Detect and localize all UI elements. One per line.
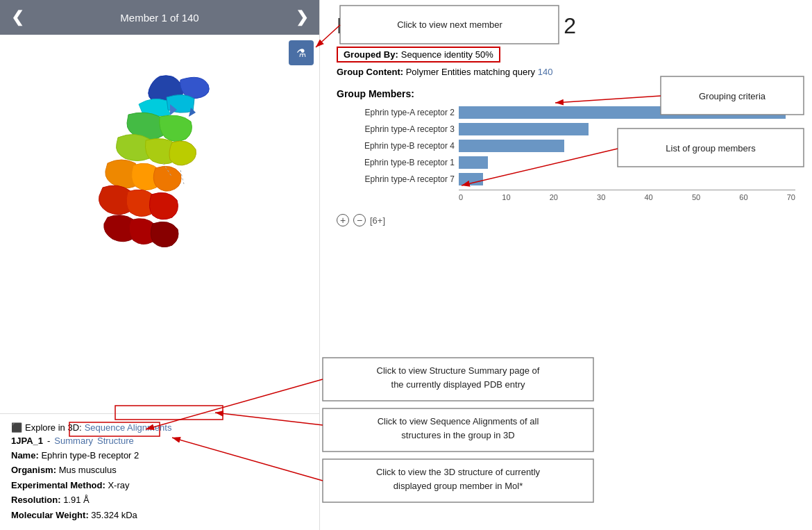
bar-label: Ephrin type-B receptor 4: [337, 141, 455, 151]
expand-plus-button[interactable]: +: [337, 214, 349, 226]
expand-minus-button[interactable]: −: [353, 214, 366, 226]
bar-fill: [459, 156, 488, 169]
group-content-row: Group Content: Polymer Entities matching…: [337, 67, 795, 77]
bar-label: Ephrin type-A receptor 3: [337, 124, 455, 134]
mw-line: Molecular Weight: 35.324 kDa: [11, 508, 308, 522]
bar-track: [459, 123, 795, 135]
right-panel: Ephrin type-A receptor 2 Grouped By: Seq…: [320, 0, 812, 530]
bar-label: Ephrin type-A receptor 2: [337, 108, 455, 117]
summary-link[interactable]: Summary: [54, 436, 93, 446]
x-tick: 40: [645, 193, 653, 201]
x-tick: 70: [787, 193, 795, 201]
structure-link[interactable]: Structure: [97, 436, 134, 446]
group-content-count[interactable]: 140: [538, 67, 553, 77]
bar-fill: [459, 140, 564, 152]
member-nav: ❮ Member 1 of 140 ❯: [0, 0, 319, 35]
x-tick-labels: 010203040506070: [459, 193, 795, 201]
bar-row: Ephrin type-A receptor 2: [337, 106, 795, 119]
bar-track: [459, 106, 795, 119]
expand-controls: + − [6+]: [337, 214, 795, 226]
group-members-title: Group Members:: [337, 88, 795, 99]
bar-fill: [459, 173, 483, 185]
resolution-line: Resolution: 1.91 Å: [11, 493, 308, 507]
name-value: Ephrin type-B receptor 2: [41, 450, 139, 461]
x-tick: 50: [692, 193, 700, 201]
bar-track: [459, 140, 795, 152]
method-label: Experimental Method:: [11, 480, 105, 490]
name-label: Name:: [11, 450, 39, 461]
cube-icon: ⬛: [11, 422, 22, 433]
left-panel: ❮ Member 1 of 140 ❯: [0, 0, 319, 530]
group-content-label: Group Content:: [337, 67, 403, 77]
grouped-by-value: Sequence identity 50%: [401, 49, 493, 60]
x-tick: 20: [550, 193, 558, 201]
bar-fill: [459, 106, 786, 119]
organism-label: Organism:: [11, 465, 56, 475]
bar-label: Ephrin type-B receptor 1: [337, 158, 455, 167]
chart-area: Ephrin type-A receptor 2Ephrin type-A re…: [337, 106, 795, 185]
protein-title: Ephrin type-A receptor 2: [337, 14, 795, 38]
next-member-button[interactable]: ❯: [296, 10, 308, 25]
x-tick: 60: [739, 193, 747, 201]
grouped-by-label: Grouped By:: [344, 49, 398, 60]
method-line: Experimental Method: X-ray: [11, 479, 308, 492]
bar-label: Ephrin type-A receptor 7: [337, 174, 455, 184]
bar-row: Ephrin type-B receptor 1: [337, 156, 795, 169]
explore-line: ⬛ Explore in 3D: Sequence Alignments: [11, 422, 308, 433]
organism-line: Organism: Mus musculus: [11, 463, 308, 477]
bar-row: Ephrin type-B receptor 4: [337, 140, 795, 152]
name-line: Name: Ephrin type-B receptor 2: [11, 449, 308, 463]
dash-separator: -: [47, 436, 50, 446]
mw-value: 35.324 kDa: [91, 510, 137, 520]
chart-container: Ephrin type-A receptor 2Ephrin type-A re…: [337, 106, 795, 201]
bar-track: [459, 173, 795, 185]
bar-track: [459, 156, 795, 169]
x-tick: 10: [502, 193, 510, 201]
grouped-by-row: Grouped By: Sequence identity 50%: [337, 47, 795, 63]
entry-id-line: 1JPA_1 - Summary Structure: [11, 436, 308, 446]
member-label: Member 1 of 140: [120, 12, 198, 24]
method-value: X-ray: [108, 480, 129, 490]
more-label: [6+]: [370, 215, 385, 226]
x-tick: 0: [459, 193, 463, 201]
resolution-value: 1.91 Å: [63, 495, 90, 505]
entry-id: 1JPA_1: [11, 436, 43, 446]
grouped-by-box: Grouped By: Sequence identity 50%: [337, 47, 500, 63]
chart-x-axis: 010203040506070: [459, 190, 795, 201]
bar-row: Ephrin type-A receptor 3: [337, 123, 795, 135]
resolution-label: Resolution:: [11, 495, 61, 505]
prev-member-button[interactable]: ❮: [11, 10, 24, 25]
flask-button[interactable]: ⚗: [289, 40, 314, 65]
group-content-value: Polymer Entities matching query: [406, 67, 535, 77]
info-panel: ⬛ Explore in 3D: Sequence Alignments 1JP…: [0, 413, 319, 531]
bar-fill: [459, 123, 589, 135]
organism-value: Mus musculus: [59, 465, 117, 475]
bar-row: Ephrin type-A receptor 7: [337, 173, 795, 185]
mw-label: Molecular Weight:: [11, 510, 89, 520]
sequence-alignments-link[interactable]: Sequence Alignments: [85, 422, 172, 433]
x-tick: 30: [597, 193, 605, 201]
explore-label: Explore in 3D:: [25, 422, 82, 433]
structure-viewer: ⚗: [0, 35, 319, 413]
